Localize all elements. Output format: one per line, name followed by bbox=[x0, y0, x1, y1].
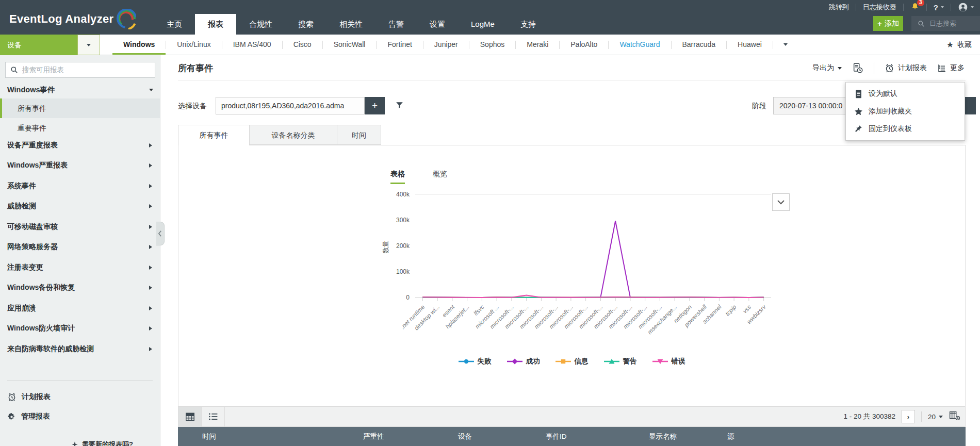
device-tab-Sophos[interactable]: Sophos bbox=[469, 35, 515, 55]
sidebar-category-注册表变更[interactable]: 注册表变更 bbox=[0, 257, 160, 278]
report-tab-设备名称分类[interactable]: 设备名称分类 bbox=[250, 125, 337, 145]
page-title: 所有事件 bbox=[178, 62, 213, 74]
device-tab-Juniper[interactable]: Juniper bbox=[423, 35, 469, 55]
chevron-right-icon bbox=[149, 245, 152, 249]
log-receiver-link[interactable]: 日志接收器 bbox=[863, 3, 896, 12]
favorites-button[interactable]: ★ 收藏 bbox=[946, 35, 972, 55]
notification-badge: 3 bbox=[917, 0, 924, 6]
legend-失败[interactable]: 失败 bbox=[459, 357, 492, 366]
device-tab-Meraki[interactable]: Meraki bbox=[516, 35, 559, 55]
table-toolbar: 1 - 20 共 300382 › 20 bbox=[178, 406, 966, 427]
menu-item-添加到收藏夹[interactable]: 添加到收藏夹 bbox=[846, 103, 965, 120]
sidebar-计划报表[interactable]: 计划报表 bbox=[0, 387, 160, 407]
chevron-down-icon bbox=[783, 43, 788, 46]
sidebar-collapse-handle[interactable] bbox=[156, 222, 165, 245]
filter-funnel-icon[interactable] bbox=[395, 101, 404, 112]
nav-LogMe[interactable]: LogMe bbox=[458, 14, 508, 35]
add-device-button[interactable]: + bbox=[365, 97, 385, 114]
report-tab-所有事件[interactable]: 所有事件 bbox=[178, 125, 250, 145]
menu-item-label: 固定到仪表板 bbox=[869, 124, 912, 134]
device-select-input[interactable] bbox=[216, 97, 365, 114]
sidebar-category-Windows防火墙审计[interactable]: Windows防火墙审计 bbox=[0, 319, 160, 339]
more-button[interactable]: 更多 bbox=[937, 63, 965, 73]
column-header-严重性[interactable]: 严重性 bbox=[363, 427, 384, 446]
sidebar-category-设备严重度报表[interactable]: 设备严重度报表 bbox=[0, 135, 160, 156]
report-tabs: 所有事件设备名称分类时间 bbox=[178, 125, 381, 145]
category-label: 设备严重度报表 bbox=[7, 141, 58, 150]
next-page-button[interactable]: › bbox=[902, 410, 915, 423]
device-tab-Barracuda[interactable]: Barracuda bbox=[672, 35, 727, 55]
sidebar-category-Windows备份和恢复[interactable]: Windows备份和恢复 bbox=[0, 278, 160, 299]
divider bbox=[903, 4, 904, 11]
legend-成功[interactable]: 成功 bbox=[507, 357, 540, 366]
sidebar-category-来自防病毒软件的威胁检测[interactable]: 来自防病毒软件的威胁检测 bbox=[0, 339, 160, 359]
grid-view-button[interactable] bbox=[178, 407, 201, 427]
export-schedule-icon-button[interactable] bbox=[852, 62, 863, 74]
nav-设置[interactable]: 设置 bbox=[417, 14, 458, 35]
column-header-事件ID[interactable]: 事件ID bbox=[546, 427, 567, 446]
add-column-icon[interactable] bbox=[949, 411, 960, 422]
nav-报表[interactable]: 报表 bbox=[195, 14, 236, 35]
page-size-select[interactable]: 20 bbox=[928, 413, 943, 421]
app-logo[interactable]: EventLog Analyzer bbox=[9, 9, 136, 29]
log-search-input[interactable]: 日志搜索 bbox=[911, 16, 980, 31]
help-button[interactable]: ? bbox=[934, 3, 944, 12]
device-group-select[interactable]: 设备 bbox=[0, 35, 77, 55]
help-label: ? bbox=[934, 3, 938, 12]
group-label: Windows事件 bbox=[7, 85, 55, 95]
device-tab-Windows[interactable]: Windows bbox=[112, 35, 166, 55]
column-header-显示名称[interactable]: 显示名称 bbox=[649, 427, 677, 446]
chevron-down-icon bbox=[149, 89, 153, 91]
view-tab-概览[interactable]: 概览 bbox=[433, 170, 447, 184]
device-tabs-overflow-button[interactable] bbox=[773, 35, 798, 55]
report-tab-时间[interactable]: 时间 bbox=[337, 125, 381, 145]
column-header-源[interactable]: 源 bbox=[727, 427, 734, 446]
device-tab-WatchGuard[interactable]: WatchGuard bbox=[609, 35, 671, 55]
device-tab-Huawei[interactable]: Huawei bbox=[727, 35, 773, 55]
device-tab-SonicWall[interactable]: SonicWall bbox=[323, 35, 377, 55]
legend-错误[interactable]: 错误 bbox=[652, 357, 685, 366]
divider bbox=[926, 4, 927, 11]
sidebar-group-windows-events[interactable]: Windows事件 bbox=[7, 85, 153, 95]
sidebar-category-Windows严重报表[interactable]: Windows严重报表 bbox=[0, 156, 160, 176]
device-tab-Cisco[interactable]: Cisco bbox=[283, 35, 322, 55]
legend-警告[interactable]: 警告 bbox=[604, 357, 637, 366]
jump-to-link[interactable]: 跳转到 bbox=[829, 3, 849, 12]
user-menu-button[interactable] bbox=[958, 2, 974, 12]
sidebar-item-所有事件[interactable]: 所有事件 bbox=[0, 98, 160, 118]
sidebar-category-网络策略服务器[interactable]: 网络策略服务器 bbox=[0, 237, 160, 258]
view-tab-表格[interactable]: 表格 bbox=[390, 170, 405, 184]
nav-支持[interactable]: 支持 bbox=[508, 14, 549, 35]
sparkle-icon bbox=[71, 441, 78, 446]
need-new-report-link[interactable]: 需要新的报表吗? bbox=[71, 440, 133, 446]
sidebar-category-威胁检测[interactable]: 威胁检测 bbox=[0, 196, 160, 217]
add-button[interactable]: + 添加 bbox=[873, 16, 903, 31]
list-view-button[interactable] bbox=[202, 407, 224, 427]
report-search-box[interactable] bbox=[5, 62, 155, 78]
device-tab-Unix/Linux[interactable]: Unix/Linux bbox=[166, 35, 221, 55]
export-as-button[interactable]: 导出为 bbox=[812, 63, 842, 73]
nav-搜索[interactable]: 搜索 bbox=[285, 14, 326, 35]
nav-相关性[interactable]: 相关性 bbox=[326, 14, 375, 35]
column-header-时间[interactable]: 时间 bbox=[202, 427, 216, 446]
notifications-button[interactable]: 3 bbox=[910, 2, 920, 13]
sidebar-category-可移动磁盘审核[interactable]: 可移动磁盘审核 bbox=[0, 217, 160, 237]
column-header-设备[interactable]: 设备 bbox=[458, 427, 472, 446]
sidebar-category-系统事件[interactable]: 系统事件 bbox=[0, 176, 160, 196]
device-tab-Fortinet[interactable]: Fortinet bbox=[377, 35, 422, 55]
nav-合规性[interactable]: 合规性 bbox=[236, 14, 285, 35]
device-tab-PaloAlto[interactable]: PaloAlto bbox=[560, 35, 608, 55]
chevron-right-icon bbox=[149, 143, 152, 147]
nav-告警[interactable]: 告警 bbox=[375, 14, 417, 35]
nav-主页[interactable]: 主页 bbox=[154, 14, 195, 35]
sidebar-category-应用崩溃[interactable]: 应用崩溃 bbox=[0, 298, 160, 319]
device-group-select-caret[interactable] bbox=[77, 35, 100, 55]
device-tab-IBM AS/400[interactable]: IBM AS/400 bbox=[222, 35, 282, 55]
chart-collapse-button[interactable] bbox=[772, 193, 790, 211]
menu-item-固定到仪表板[interactable]: 固定到仪表板 bbox=[846, 120, 965, 138]
report-search-input[interactable] bbox=[22, 66, 141, 74]
menu-item-设为默认[interactable]: 设为默认 bbox=[846, 85, 965, 103]
legend-信息[interactable]: 信息 bbox=[556, 357, 589, 366]
sidebar-管理报表[interactable]: 管理报表 bbox=[0, 407, 160, 426]
schedule-report-button[interactable]: 计划报表 bbox=[885, 63, 927, 73]
